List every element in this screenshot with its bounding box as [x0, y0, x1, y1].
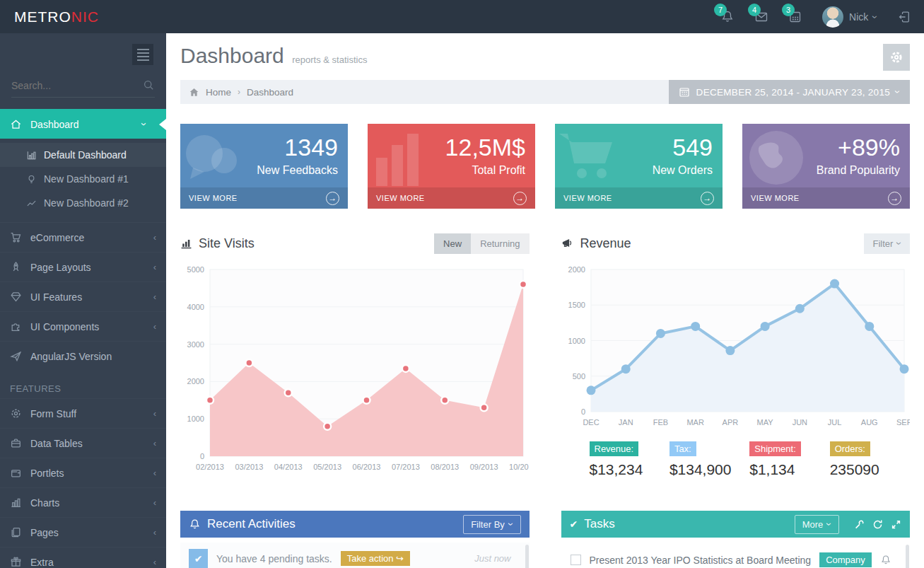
stat-card-feedbacks[interactable]: 1349 New Feedbacks VIEW MORE → — [180, 124, 348, 209]
revenue-stat: Revenue: $13,234 — [590, 441, 669, 478]
bell-icon[interactable] — [880, 555, 891, 566]
svg-text:JAN: JAN — [618, 418, 633, 427]
panel-title: Recent Activities — [207, 517, 296, 531]
sidebar-item-data-tables[interactable]: Data Tables ‹ — [0, 428, 166, 458]
sidebar-item-label: Default Dashboard — [44, 149, 127, 161]
bell-icon — [189, 518, 201, 531]
user-menu[interactable]: Nick › — [822, 6, 877, 28]
sidebar-item-portlets[interactable]: Portlets ‹ — [0, 458, 166, 487]
stat-badge: Orders: — [830, 441, 870, 456]
bar-chart-icon — [10, 497, 22, 509]
stat-value: 1349 — [284, 134, 338, 161]
sidebar-item-pages[interactable]: Pages ‹ — [0, 517, 166, 547]
activity-text: You have 4 pending tasks. — [216, 553, 332, 564]
stat-card-profit[interactable]: 12,5M$ Total Profit VIEW MORE → — [368, 124, 535, 209]
scrollbar-thumb[interactable] — [525, 545, 529, 568]
tab-returning[interactable]: Returning — [471, 233, 529, 254]
stat-value: $13,234 — [590, 461, 669, 478]
site-visits-header: Site Visits New Returning — [180, 230, 530, 257]
panel-title: Tasks — [584, 517, 614, 531]
cart-icon — [10, 231, 22, 243]
top-header: METRONIC 7 4 3 Nick › — [0, 0, 924, 33]
take-action-button[interactable]: Take action ↪ — [341, 551, 410, 566]
view-more-bar[interactable]: VIEW MORE → — [742, 187, 910, 209]
sidebar-item-label: New Dashboard #1 — [44, 173, 129, 185]
sidebar-item-angularjs-version[interactable]: AngularJS Version — [0, 341, 166, 371]
stat-card-orders[interactable]: 549 New Orders VIEW MORE → — [555, 124, 723, 209]
rocket-icon — [10, 261, 22, 273]
more-button[interactable]: More › — [795, 515, 839, 534]
megaphone-icon — [561, 237, 574, 250]
dashboard-submenu: Default Dashboard New Dashboard #1 New D… — [0, 139, 166, 222]
todo-button[interactable]: 3 — [788, 10, 802, 24]
svg-text:FEB: FEB — [653, 418, 667, 427]
task-checkbox[interactable] — [571, 555, 581, 565]
revenue-stats: Revenue: $13,234 Tax: $134,900 Shipment:… — [561, 441, 911, 478]
svg-text:SEP: SEP — [896, 418, 909, 427]
stat-value: 549 — [672, 134, 713, 161]
puzzle-icon — [10, 320, 22, 332]
view-more-bar[interactable]: VIEW MORE → — [368, 187, 535, 209]
sidebar-item-label: Form Stuff — [30, 408, 76, 419]
stat-badge: Tax: — [669, 441, 696, 456]
search-icon[interactable] — [143, 79, 155, 91]
stat-card-popularity[interactable]: +89% Brand Popularity VIEW MORE → — [742, 124, 910, 209]
sidebar-item-page-layouts[interactable]: Page Layouts ‹ — [0, 252, 166, 282]
take-action-label: Take action — [347, 553, 394, 564]
stat-value: $134,900 — [669, 461, 749, 478]
view-more-bar[interactable]: VIEW MORE → — [555, 187, 723, 209]
stat-cards-row: 1349 New Feedbacks VIEW MORE → 12,5M$ To… — [180, 124, 910, 209]
inbox-button[interactable]: 4 — [754, 10, 768, 24]
lightbulb-icon — [26, 174, 37, 185]
date-range-picker[interactable]: DECEMBER 25, 2014 - JANUARY 23, 2015 › — [669, 80, 910, 104]
stat-value: $1,134 — [749, 461, 829, 478]
inbox-badge: 4 — [748, 4, 761, 16]
revenue-filter-button[interactable]: Filter › — [864, 233, 910, 254]
logout-button[interactable] — [897, 10, 911, 24]
tax-stat: Tax: $134,900 — [669, 441, 749, 478]
chevron-left-icon: ‹ — [153, 557, 156, 567]
sidebar-item-dashboard[interactable]: Dashboard › — [0, 109, 166, 139]
chevron-left-icon: ‹ — [153, 408, 156, 419]
notifications-button[interactable]: 7 — [720, 10, 735, 24]
chevron-down-icon: › — [139, 122, 151, 126]
sidebar-item-label: Dashboard — [30, 119, 79, 130]
svg-text:APR: APR — [722, 418, 738, 427]
search-input[interactable] — [11, 80, 143, 91]
sidebar-item-ecommerce[interactable]: eCommerce ‹ — [0, 222, 166, 252]
filter-by-button[interactable]: Filter By › — [463, 515, 520, 534]
arrow-right-icon: → — [888, 192, 901, 205]
sidebar-item-form-stuff[interactable]: Form Stuff ‹ — [0, 398, 166, 428]
sidebar-item-label: New Dashboard #2 — [44, 197, 129, 209]
breadcrumb-home[interactable]: Home — [206, 87, 231, 98]
sidebar-item-label: Portlets — [30, 468, 64, 479]
sidebar-toggle-button[interactable] — [132, 44, 153, 65]
sidebar-item-default-dashboard[interactable]: Default Dashboard — [0, 143, 166, 167]
refresh-icon[interactable] — [872, 519, 883, 530]
sidebar-item-new-dashboard-2[interactable]: New Dashboard #2 — [0, 191, 166, 215]
sidebar-item-new-dashboard-1[interactable]: New Dashboard #1 — [0, 167, 166, 191]
wrench-icon[interactable] — [854, 519, 865, 530]
settings-button[interactable] — [883, 44, 910, 71]
stat-label: New Orders — [653, 164, 713, 177]
sidebar-item-ui-features[interactable]: UI Features ‹ — [0, 282, 166, 311]
sidebar-item-charts[interactable]: Charts ‹ — [0, 487, 166, 517]
filter-by-label: Filter By — [471, 519, 505, 530]
activity-item[interactable]: ✔ You have 4 pending tasks. Take action … — [180, 543, 530, 568]
tab-new[interactable]: New — [434, 233, 471, 254]
sidebar-item-ui-components[interactable]: UI Components ‹ — [0, 311, 166, 341]
scrollbar-thumb[interactable] — [906, 545, 909, 568]
notifications-badge: 7 — [714, 4, 727, 16]
view-more-label: VIEW MORE — [563, 194, 612, 202]
logo[interactable]: METRONIC — [14, 8, 99, 25]
sidebar-item-label: Data Tables — [30, 438, 83, 449]
view-more-bar[interactable]: VIEW MORE → — [180, 187, 348, 209]
shipment-stat: Shipment: $1,134 — [749, 441, 829, 478]
site-visits-chart: 01000200030004000500002/201303/201304/20… — [180, 264, 529, 475]
sidebar-item-extra[interactable]: Extra ‹ — [0, 547, 166, 568]
sidebar-section-features: FEATURES — [0, 371, 166, 398]
line-chart-icon — [26, 198, 37, 209]
svg-text:AUG: AUG — [860, 418, 877, 427]
stat-label: Total Profit — [472, 164, 525, 177]
expand-icon[interactable] — [891, 519, 901, 530]
